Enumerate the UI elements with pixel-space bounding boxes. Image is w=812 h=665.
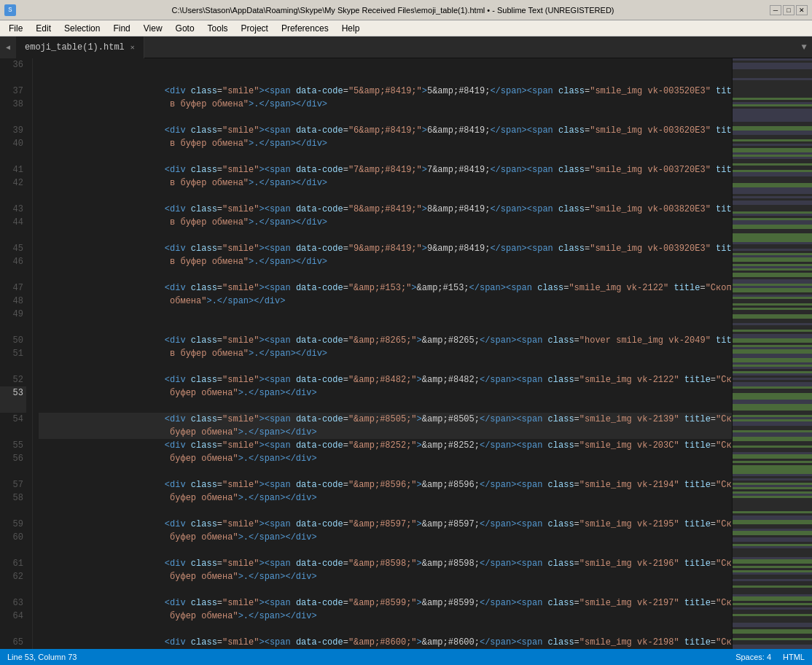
code-line: [39, 229, 732, 242]
line-number: 54: [0, 413, 26, 426]
code-line: буфер обмена">.</span></div>: [39, 610, 732, 623]
maximize-button[interactable]: □: [783, 5, 795, 15]
code-line: [39, 583, 732, 596]
code-line: [39, 360, 732, 373]
code-line: в буфер обмена">.</span></div>: [39, 98, 732, 111]
code-line: [39, 400, 732, 413]
code-line: <div class="smile"><span data-code="7&am…: [39, 163, 732, 176]
language-indicator: HTML: [783, 653, 805, 661]
status-bar: Line 53, Column 73 Spaces: 4 HTML: [0, 649, 812, 665]
menu-item-preferences[interactable]: Preferences: [276, 22, 335, 35]
line-number: 59: [0, 518, 26, 531]
line-number: 43: [0, 203, 26, 216]
tab-close-icon[interactable]: ✕: [130, 43, 135, 52]
line-number: [0, 111, 26, 124]
code-editor[interactable]: <div class="smile"><span data-code="5&am…: [33, 58, 732, 649]
menu-item-project[interactable]: Project: [235, 22, 274, 35]
code-line: в буфер обмена">.</span></div>: [39, 216, 732, 229]
line-number: 46: [0, 255, 26, 268]
line-number: 49: [0, 308, 26, 321]
minimap-viewport: [733, 58, 812, 649]
menu-item-view[interactable]: View: [138, 22, 168, 35]
editor: 3637383940414243444546474849505152535455…: [0, 58, 812, 649]
line-number: 47: [0, 281, 26, 295]
code-line: буфер обмена">.</span></div>: [39, 491, 732, 505]
close-button[interactable]: ✕: [796, 5, 808, 15]
menu-item-file[interactable]: File: [3, 22, 28, 35]
line-number: 38: [0, 98, 26, 111]
code-line: буфер обмена">.</span></div>: [39, 452, 732, 465]
line-numbers: 3637383940414243444546474849505152535455…: [0, 58, 33, 649]
code-line: <div class="smile"><span data-code="&amp…: [39, 334, 732, 347]
line-number: [0, 150, 26, 163]
code-line: <div class="smile"><span data-code="8&am…: [39, 203, 732, 216]
line-number: 48: [0, 295, 26, 308]
line-number: 39: [0, 124, 26, 137]
code-line: <div class="smile"><span data-code="6&am…: [39, 124, 732, 137]
code-line: [39, 544, 732, 557]
code-line: в буфер обмена">.</span></div>: [39, 255, 732, 268]
code-line: буфер обмена">.</span></div>: [39, 531, 732, 544]
menu-item-help[interactable]: Help: [336, 22, 366, 35]
title-bar: S C:\Users\Stason\AppData\Roaming\Skype\…: [0, 0, 812, 20]
minimize-button[interactable]: ─: [770, 5, 781, 15]
menu-item-selection[interactable]: Selection: [58, 22, 106, 35]
line-number: [0, 360, 26, 373]
tab-right-arrow[interactable]: ▼: [796, 36, 812, 58]
line-number: 36: [0, 58, 26, 71]
code-line: <div class="smile"><span data-code="&amp…: [39, 281, 732, 295]
tab-left-arrow[interactable]: ◀: [0, 36, 16, 58]
tab-label: emoji_table(1).html: [25, 42, 125, 52]
menu-item-find[interactable]: Find: [107, 22, 136, 35]
code-line: <div class="smile"><span data-code="&amp…: [39, 518, 732, 531]
line-number: [0, 268, 26, 281]
line-number: 61: [0, 557, 26, 570]
code-line: [39, 111, 732, 124]
window-title: C:\Users\Stason\AppData\Roaming\Skype\My…: [16, 6, 770, 15]
line-number: 63: [0, 596, 26, 610]
code-line: <div class="smile"><span data-code="&amp…: [39, 373, 732, 386]
code-line: в буфер обмена">.</span></div>: [39, 176, 732, 190]
line-number: 53: [0, 386, 26, 400]
code-line: буфер обмена">.</span></div>: [39, 570, 732, 583]
menu-item-goto[interactable]: Goto: [170, 22, 200, 35]
line-number: 52: [0, 373, 26, 386]
line-number: [0, 544, 26, 557]
code-line: <div class="smile"><span data-code="&amp…: [39, 596, 732, 610]
code-line: <div class="smile"><span data-code="&amp…: [39, 636, 732, 649]
menu-item-edit[interactable]: Edit: [30, 22, 57, 35]
cursor-position: Line 53, Column 73: [7, 653, 77, 661]
code-line: <div class="smile"><span data-code="&amp…: [39, 478, 732, 491]
code-line: <div class="smile"><span data-code="&amp…: [39, 439, 732, 452]
line-number: [0, 623, 26, 636]
line-number: [0, 465, 26, 478]
line-number: 55: [0, 439, 26, 452]
line-number: 51: [0, 347, 26, 360]
code-line: в буфер обмена">.</span></div>: [39, 137, 732, 150]
code-line: [39, 623, 732, 636]
menu-item-tools[interactable]: Tools: [202, 22, 234, 35]
code-line: <div class="smile"><span data-code="5&am…: [39, 85, 732, 98]
code-line: буфер обмена">.</span></div>: [39, 426, 732, 439]
menu-bar: FileEditSelectionFindViewGotoToolsProjec…: [0, 20, 812, 36]
line-number: [0, 505, 26, 518]
minimap: [732, 58, 812, 649]
line-number: 41: [0, 163, 26, 176]
code-line: в буфер обмена">.</span></div>: [39, 347, 732, 360]
line-number: 42: [0, 176, 26, 190]
line-number: 45: [0, 242, 26, 255]
line-number: 40: [0, 137, 26, 150]
title-icon: S: [4, 4, 16, 16]
line-number: [0, 426, 26, 439]
line-number: 62: [0, 570, 26, 583]
tab-bar: ◀ emoji_table(1).html ✕ ▼: [0, 36, 812, 58]
code-line: [39, 268, 732, 281]
code-line: буфер обмена">.</span></div>: [39, 386, 732, 400]
line-number: [0, 229, 26, 242]
code-line: <div class="smile"><span data-code="&amp…: [39, 413, 732, 426]
code-line: [39, 505, 732, 518]
line-number: 57: [0, 478, 26, 491]
line-number: 50: [0, 334, 26, 347]
line-number: 65: [0, 636, 26, 649]
active-tab[interactable]: emoji_table(1).html ✕: [16, 36, 144, 58]
